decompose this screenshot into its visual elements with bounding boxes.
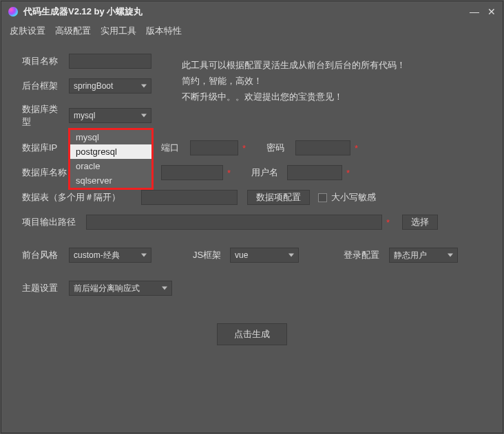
data-config-label: 数据项配置 xyxy=(256,191,301,204)
app-icon xyxy=(8,7,18,17)
backend-framework-value: springBoot xyxy=(74,81,113,91)
front-style-value: custom-经典 xyxy=(74,250,120,261)
label-output-path: 项目输出路径 xyxy=(22,216,81,228)
label-db-type: 数据库类型 xyxy=(22,103,63,128)
choose-path-button[interactable]: 选择 xyxy=(402,215,438,230)
js-framework-value: vue xyxy=(235,250,248,260)
theme-setting-value: 前后端分离响应式 xyxy=(74,283,140,294)
required-icon: * xyxy=(242,143,246,153)
label-case-sensitive: 大小写敏感 xyxy=(331,191,376,204)
menu-version[interactable]: 版本特性 xyxy=(146,25,182,37)
label-port: 端口 xyxy=(161,142,185,154)
username-input[interactable] xyxy=(287,165,342,180)
db-type-select[interactable]: mysql xyxy=(69,108,151,123)
label-js-framework: JS框架 xyxy=(193,249,224,261)
minimize-button[interactable]: — xyxy=(470,6,479,17)
case-sensitive-checkbox[interactable] xyxy=(318,193,327,202)
front-style-select[interactable]: custom-经典 xyxy=(69,248,151,263)
label-data-table: 数据表（多个用＃隔开） xyxy=(22,191,136,204)
dropdown-item-sqlserver[interactable]: sqlserver xyxy=(70,173,151,188)
menu-tools[interactable]: 实用工具 xyxy=(101,25,136,37)
port-input[interactable] xyxy=(190,140,238,155)
output-path-input[interactable] xyxy=(86,215,382,230)
theme-setting-select[interactable]: 前后端分离响应式 xyxy=(69,281,172,296)
required-icon: * xyxy=(355,143,358,153)
choose-label: 选择 xyxy=(411,216,429,228)
intro-line1: 此工具可以根据配置灵活生成从前台到后台的所有代码！ xyxy=(182,58,406,74)
intro-line3: 不断升级中。。欢迎提出您的宝贵意见！ xyxy=(182,89,406,105)
app-window: 代码生成器V2.12 by 小螺旋丸 — ✕ 皮肤设置 高级配置 实用工具 版本… xyxy=(1,1,503,433)
db-type-dropdown: mysql postgresql oracle sqlserver xyxy=(68,128,154,190)
label-backend-framework: 后台框架 xyxy=(22,80,63,92)
db-type-value: mysql xyxy=(74,111,95,120)
label-db-ip: 数据库IP xyxy=(22,142,63,154)
menu-advanced[interactable]: 高级配置 xyxy=(55,25,91,37)
window-title: 代码生成器V2.12 by 小螺旋丸 xyxy=(23,6,143,18)
dropdown-item-postgresql[interactable]: postgresql xyxy=(70,144,151,159)
intro-line2: 简约，智能，高效！ xyxy=(182,74,406,89)
js-framework-select[interactable]: vue xyxy=(230,248,299,263)
close-button[interactable]: ✕ xyxy=(487,6,496,17)
generate-label: 点击生成 xyxy=(234,329,270,339)
db-name-input[interactable] xyxy=(161,165,223,180)
label-front-style: 前台风格 xyxy=(22,249,63,261)
required-icon: * xyxy=(227,168,231,178)
project-name-input[interactable] xyxy=(69,54,151,69)
login-config-select[interactable]: 静态用户 xyxy=(389,248,458,263)
login-config-value: 静态用户 xyxy=(394,250,427,261)
label-project-name: 项目名称 xyxy=(22,55,63,67)
password-input[interactable] xyxy=(295,140,350,155)
menubar: 皮肤设置 高级配置 实用工具 版本特性 xyxy=(1,22,503,43)
data-table-input[interactable] xyxy=(141,190,238,205)
label-password: 密码 xyxy=(266,142,290,154)
window-controls: — ✕ xyxy=(470,6,496,17)
label-username: 用户名 xyxy=(251,166,282,179)
dropdown-item-mysql[interactable]: mysql xyxy=(70,130,151,144)
menu-skin[interactable]: 皮肤设置 xyxy=(10,25,45,37)
label-theme-setting: 主题设置 xyxy=(22,282,63,294)
data-config-button[interactable]: 数据项配置 xyxy=(247,190,310,205)
intro-text: 此工具可以根据配置灵活生成从前台到后台的所有代码！ 简约，智能，高效！ 不断升级… xyxy=(182,58,406,105)
required-icon: * xyxy=(386,217,390,228)
backend-framework-select[interactable]: springBoot xyxy=(69,78,151,94)
dropdown-item-oracle[interactable]: oracle xyxy=(70,159,151,173)
label-login-config: 登录配置 xyxy=(344,249,384,261)
titlebar: 代码生成器V2.12 by 小螺旋丸 — ✕ xyxy=(1,1,503,22)
required-icon: * xyxy=(346,168,350,178)
generate-button[interactable]: 点击生成 xyxy=(217,323,287,345)
